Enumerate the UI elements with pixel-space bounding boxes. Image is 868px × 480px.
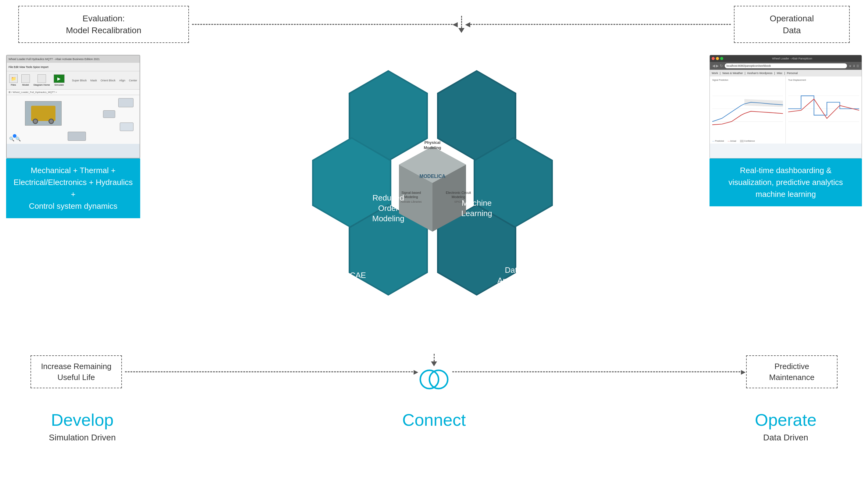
- toolbar-center: Center: [129, 79, 137, 82]
- connect-label: Connect: [376, 410, 492, 430]
- chart-legend: — Predicted — Actual Confidence: [712, 140, 755, 142]
- top-section: Evaluation: Model Recalibration ◀ ◀ Oper…: [0, 0, 868, 49]
- eval-label: Evaluation: Model Recalibration: [66, 14, 141, 35]
- screenshot-titlebar: Wheel Loader Full Hydraulics MQTT - Alta…: [7, 56, 140, 63]
- screenshot-title: Wheel Loader Full Hydraulics MQTT - Alta…: [8, 58, 100, 61]
- toolbar-files: 📁 Files: [9, 74, 18, 86]
- browser-nav: ◀ ▶ ↻ localhost:8080/panopticon/workbook…: [710, 62, 862, 70]
- cube-physical-modeling: PhysicalModeling: [414, 140, 451, 151]
- toolbar-mask: Mask: [90, 79, 97, 82]
- toolbar-superblock: Super Block: [72, 79, 87, 82]
- toolbar-orient: Orient Block: [100, 79, 116, 82]
- loader-image: [25, 101, 62, 126]
- circuit-node-3: [120, 123, 133, 131]
- circuit-node-4: [68, 132, 86, 141]
- hex-cluster: Reduced Order Modeling Machine Learning …: [318, 70, 550, 332]
- circuit-node-2: [103, 110, 115, 118]
- left-panel: Wheel Loader Full Hydraulics MQTT - Alta…: [0, 49, 146, 354]
- top-down-arrow: [458, 16, 464, 33]
- bottom-labels: Develop Simulation Driven Connect Operat…: [0, 404, 868, 480]
- toolbar-diagram: Diagram Home: [33, 74, 50, 86]
- develop-title: Develop: [24, 410, 140, 430]
- top-right-box: Operational Data: [734, 6, 850, 43]
- browser-screenshot: Wheel Loader - Altair Panopticon ◀ ▶ ↻ l…: [710, 55, 862, 158]
- left-caption: Mechanical + Thermal + Electrical/Electr…: [6, 158, 140, 218]
- circuit-area: 🔍🔍: [7, 95, 140, 144]
- browser-titlebar: Wheel Loader - Altair Panopticon: [710, 55, 862, 62]
- altair-screenshot: Wheel Loader Full Hydraulics MQTT - Alta…: [6, 55, 140, 158]
- zoom-controls: 🔍🔍: [9, 136, 21, 141]
- develop-label: Develop Simulation Driven: [24, 410, 140, 443]
- right-flow-box: Predictive Maintenance: [746, 355, 838, 389]
- bottom-section: Increase Remaining Useful Life ▶ ▶ Predi…: [0, 354, 868, 480]
- icon-toolbar: 📁 Files Model Diagram Home ▶ Simulate Su…: [7, 71, 140, 90]
- center-flow: [419, 354, 449, 390]
- browser-chart-area: Signal Prediction: [710, 76, 862, 143]
- top-left-box: Evaluation: Model Recalibration: [18, 6, 189, 43]
- connect-circles-icon: [419, 369, 449, 390]
- develop-sub: Simulation Driven: [24, 433, 140, 443]
- operational-label: Operational Data: [770, 14, 814, 35]
- operate-label: Operate Data Driven: [728, 410, 844, 443]
- operate-title: Operate: [728, 410, 844, 430]
- connect-title: Connect: [376, 410, 492, 430]
- browser-url-text: localhost:8080/panopticon/workbook: [726, 64, 771, 67]
- right-panel: Wheel Loader - Altair Panopticon ◀ ▶ ↻ l…: [704, 49, 868, 354]
- screenshot-breadcrumb: ⊞ / Wheel_Loader_Full_Hydraulics_MQTT >: [7, 90, 140, 95]
- toolbar-model: Model: [21, 74, 30, 86]
- browser-tabs: Work| News & Weather| Keshan's Wordpress…: [710, 70, 862, 76]
- toolbar-simulate: ▶ Simulate: [54, 74, 65, 86]
- screenshot-toolbar: File Edit View Tools Spice Import: [7, 63, 140, 71]
- toolbar-align: Align: [119, 79, 125, 82]
- operate-sub: Data Driven: [728, 433, 844, 443]
- flow-row: Increase Remaining Useful Life ▶ ▶ Predi…: [0, 354, 868, 390]
- circuit-node-1: [118, 98, 133, 107]
- middle-section: Wheel Loader Full Hydraulics MQTT - Alta…: [0, 49, 868, 354]
- left-flow-box: Increase Remaining Useful Life: [30, 355, 122, 389]
- right-caption: Real-time dashboarding & visualization, …: [710, 158, 862, 206]
